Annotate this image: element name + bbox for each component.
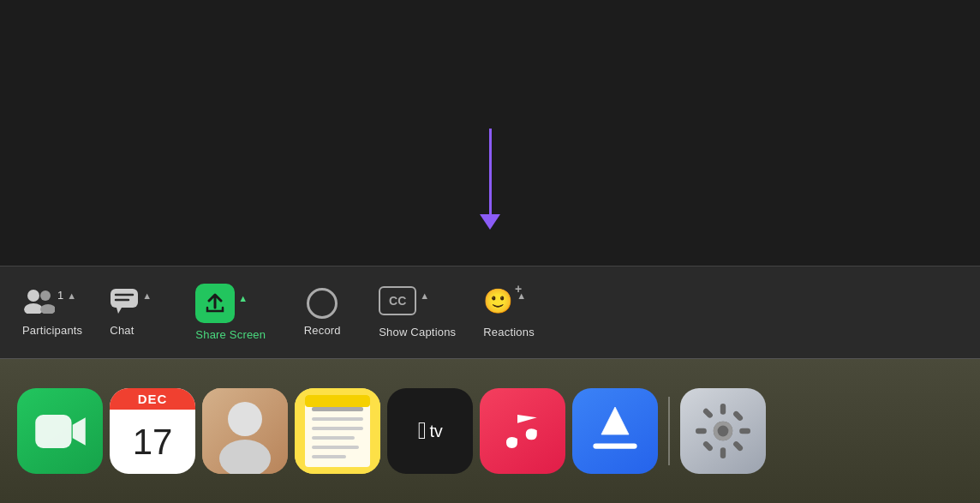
macos-dock: DEC 17 xyxy=(0,358,980,503)
toolbar-item-participants[interactable]: 1 ▲ Participants xyxy=(9,281,96,344)
participants-icon xyxy=(22,288,55,314)
svg-rect-4 xyxy=(111,289,138,308)
svg-point-1 xyxy=(24,303,43,314)
captions-chevron[interactable]: ▲ xyxy=(420,290,429,301)
dock-item-facetime[interactable] xyxy=(17,388,103,474)
dock-item-notes[interactable] xyxy=(295,388,380,474)
zoom-toolbar: 1 ▲ Participants ▲ Chat xyxy=(0,266,980,358)
chat-chevron[interactable]: ▲ xyxy=(142,290,152,301)
dock-item-system-prefs[interactable] xyxy=(680,388,766,474)
arrow-line xyxy=(489,129,492,214)
dock-separator xyxy=(668,397,670,465)
share-screen-label: Share Screen xyxy=(195,328,266,341)
share-screen-chevron[interactable]: ▲ xyxy=(238,293,248,303)
dock-item-calendar[interactable]: DEC 17 xyxy=(110,388,195,474)
svg-point-2 xyxy=(40,290,51,301)
dock-item-contacts[interactable] xyxy=(202,388,288,474)
chat-label: Chat xyxy=(110,324,134,337)
svg-marker-9 xyxy=(72,417,85,446)
svg-point-34 xyxy=(717,426,728,437)
dock-item-appletv[interactable]:  tv xyxy=(387,388,473,474)
meeting-content-area xyxy=(0,0,980,266)
svg-rect-32 xyxy=(702,440,714,452)
participants-label: Participants xyxy=(22,324,82,337)
arrow-head xyxy=(480,214,500,230)
svg-point-0 xyxy=(27,290,39,302)
share-screen-icon xyxy=(195,284,235,323)
svg-rect-15 xyxy=(312,407,363,411)
toolbar-item-show-captions[interactable]: CC ▲ Show Captions xyxy=(365,279,469,345)
svg-rect-30 xyxy=(732,440,744,452)
captions-icon: CC xyxy=(379,286,416,315)
record-label: Record xyxy=(304,324,341,337)
svg-rect-8 xyxy=(35,415,71,448)
calendar-month: DEC xyxy=(110,388,195,410)
participants-badge: 1 xyxy=(57,289,63,302)
svg-rect-18 xyxy=(312,436,355,440)
dock-item-music[interactable] xyxy=(480,388,565,474)
svg-rect-16 xyxy=(312,417,363,421)
toolbar-item-record[interactable]: Record xyxy=(279,281,365,344)
appletv-logo:  tv xyxy=(418,417,442,445)
arrow-indicator xyxy=(480,129,500,230)
svg-rect-31 xyxy=(732,410,744,422)
toolbar-item-reactions[interactable]: 🙂 + ▲ Reactions xyxy=(469,280,555,345)
svg-rect-29 xyxy=(702,407,714,419)
svg-rect-28 xyxy=(739,428,750,434)
svg-point-3 xyxy=(40,304,55,314)
dock-item-appstore[interactable] xyxy=(572,388,658,474)
toolbar-item-share-screen[interactable]: ▲ Share Screen xyxy=(182,277,279,348)
chat-icon xyxy=(110,288,139,314)
svg-rect-26 xyxy=(720,447,725,458)
svg-marker-5 xyxy=(117,308,122,314)
svg-rect-19 xyxy=(312,446,359,449)
calendar-day: 17 xyxy=(133,410,173,474)
reactions-icon: 🙂 + xyxy=(483,287,513,315)
svg-rect-21 xyxy=(305,395,370,407)
svg-rect-17 xyxy=(312,427,363,430)
record-icon xyxy=(307,288,338,319)
toolbar-item-chat[interactable]: ▲ Chat xyxy=(96,281,182,344)
reactions-label: Reactions xyxy=(483,326,535,338)
svg-rect-25 xyxy=(720,404,725,415)
svg-rect-20 xyxy=(312,455,346,458)
svg-rect-27 xyxy=(696,428,707,434)
participants-chevron[interactable]: ▲ xyxy=(67,290,76,301)
captions-label: Show Captions xyxy=(379,326,456,338)
svg-point-11 xyxy=(228,402,262,436)
